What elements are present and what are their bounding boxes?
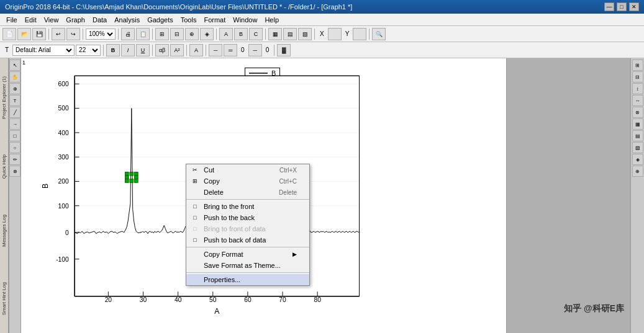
cm-properties-label: Properties...: [204, 276, 240, 283]
save-button[interactable]: 💾: [32, 28, 46, 40]
cm-copy[interactable]: ⊞ Copy Ctrl+C: [186, 175, 309, 187]
menu-tools[interactable]: Tools: [177, 15, 201, 25]
btn1[interactable]: ⊞: [155, 28, 169, 40]
right-tool-5[interactable]: ⊗: [632, 107, 643, 118]
btn10[interactable]: ▧: [298, 28, 312, 40]
menu-view[interactable]: View: [40, 15, 63, 25]
menu-window[interactable]: Window: [229, 15, 261, 25]
svg-text:80: 80: [314, 296, 321, 303]
sep-f2: [152, 45, 153, 56]
cm-push-back-data[interactable]: □ Push to back of data: [186, 234, 309, 246]
underline-button[interactable]: U: [136, 44, 150, 56]
svg-rect-48: [125, 175, 129, 179]
btn7[interactable]: C: [249, 28, 263, 40]
bold-button[interactable]: B: [106, 44, 120, 56]
menu-format[interactable]: Format: [200, 15, 229, 25]
btn9[interactable]: ▤: [283, 28, 297, 40]
print-button[interactable]: 🖨: [121, 28, 135, 40]
superscript-button[interactable]: A²: [170, 44, 184, 56]
cm-properties[interactable]: Properties...: [186, 274, 309, 285]
right-tool-9[interactable]: ◈: [632, 154, 643, 165]
right-tool-8[interactable]: ▧: [632, 142, 643, 153]
sep7: [314, 29, 315, 40]
zoom-tool[interactable]: ⊕: [9, 83, 20, 94]
maximize-button[interactable]: □: [617, 2, 627, 11]
btn3[interactable]: ⊕: [185, 28, 199, 40]
font-name-select[interactable]: Default: Arial: [12, 45, 75, 56]
close-button[interactable]: ✕: [629, 2, 639, 11]
color-button[interactable]: A: [189, 44, 203, 56]
picker-tool[interactable]: ⊗: [9, 166, 20, 177]
arrow-tool[interactable]: →: [9, 118, 20, 130]
copy-page-button[interactable]: 📋: [136, 28, 150, 40]
cm-copy-format[interactable]: Copy Format ▶: [186, 249, 309, 260]
menu-help[interactable]: Help: [261, 15, 283, 25]
new-file-button[interactable]: 📄: [2, 28, 16, 40]
cm-delete-shortcut: Delete: [279, 189, 297, 196]
svg-text:50: 50: [209, 296, 217, 303]
open-button[interactable]: 📂: [17, 28, 31, 40]
btn4[interactable]: ◈: [200, 28, 214, 40]
text-tool[interactable]: T: [9, 95, 20, 106]
toolbar-2: T Default: Arial 22 B I U αβ A² A ─ ═ 0 …: [0, 42, 644, 58]
zoom-in-button[interactable]: 🔍: [372, 28, 386, 40]
messages-log-label[interactable]: Messages Log: [1, 215, 7, 247]
btn5[interactable]: A: [219, 28, 233, 40]
y-btn[interactable]: [353, 28, 366, 40]
cm-bring-front[interactable]: □ Bring to the front: [186, 201, 309, 212]
save-format-icon: [190, 260, 200, 270]
fill-btn[interactable]: ▓: [277, 44, 291, 56]
rect-tool[interactable]: □: [9, 130, 20, 141]
line-btn3[interactable]: ─: [248, 44, 262, 56]
btn8[interactable]: ▦: [268, 28, 282, 40]
svg-text:100: 100: [58, 203, 69, 210]
btn2[interactable]: ⊟: [170, 28, 184, 40]
ellipse-tool[interactable]: ○: [9, 142, 20, 153]
pointer-tool[interactable]: ↖: [9, 60, 20, 71]
zoom-select[interactable]: 100%: [86, 29, 116, 40]
font-size-select[interactable]: 22: [76, 45, 101, 56]
cm-push-back[interactable]: □ Push to the back: [186, 212, 309, 223]
pan-tool[interactable]: ✋: [9, 71, 20, 82]
right-tool-10[interactable]: ⊕: [632, 166, 643, 177]
sep-f1: [103, 45, 104, 56]
y-label: Y: [343, 30, 352, 37]
svg-text:20: 20: [105, 296, 112, 303]
italic-button[interactable]: I: [121, 44, 135, 56]
sep4: [152, 29, 153, 40]
undo-button[interactable]: ↩: [52, 28, 65, 40]
svg-text:A: A: [214, 307, 220, 316]
cm-delete[interactable]: Delete Delete: [186, 187, 309, 198]
right-tool-7[interactable]: ▤: [632, 130, 643, 141]
smart-hint-label[interactable]: Smart Hint Log: [1, 282, 7, 315]
right-tool-1[interactable]: ⊞: [632, 60, 643, 71]
line-btn2[interactable]: ═: [224, 44, 237, 56]
brush-tool[interactable]: ✏: [9, 154, 20, 165]
sep6: [265, 29, 266, 40]
menu-graph[interactable]: Graph: [62, 15, 89, 25]
menu-data[interactable]: Data: [89, 15, 111, 25]
delete-icon: [190, 187, 200, 197]
redo-button[interactable]: ↪: [66, 28, 80, 40]
project-explorer-label[interactable]: Project Explorer (1): [1, 76, 7, 119]
cm-save-format[interactable]: Save Format as Theme...: [186, 260, 309, 271]
line-btn1[interactable]: ─: [209, 44, 222, 56]
right-tool-3[interactable]: ↕: [632, 83, 643, 94]
svg-text:600: 600: [58, 81, 69, 87]
menu-edit[interactable]: Edit: [21, 15, 40, 25]
quick-help-label[interactable]: Quick Help: [1, 154, 7, 179]
minimize-button[interactable]: —: [604, 2, 614, 11]
right-tool-4[interactable]: ↔: [632, 95, 643, 106]
right-tool-2[interactable]: ⊟: [632, 71, 643, 82]
svg-text:70: 70: [279, 296, 286, 303]
menu-gadgets[interactable]: Gadgets: [143, 15, 177, 25]
x-btn[interactable]: [328, 28, 342, 40]
menu-analysis[interactable]: Analysis: [111, 15, 143, 25]
cm-copy-shortcut: Ctrl+C: [279, 178, 297, 185]
line-tool[interactable]: ╱: [9, 107, 20, 118]
alpha-button[interactable]: αβ: [155, 44, 169, 56]
cm-cut[interactable]: ✂ Cut Ctrl+X: [186, 164, 309, 175]
btn6[interactable]: B: [234, 28, 248, 40]
right-tool-6[interactable]: ▦: [632, 118, 643, 130]
menu-file[interactable]: File: [2, 15, 21, 25]
